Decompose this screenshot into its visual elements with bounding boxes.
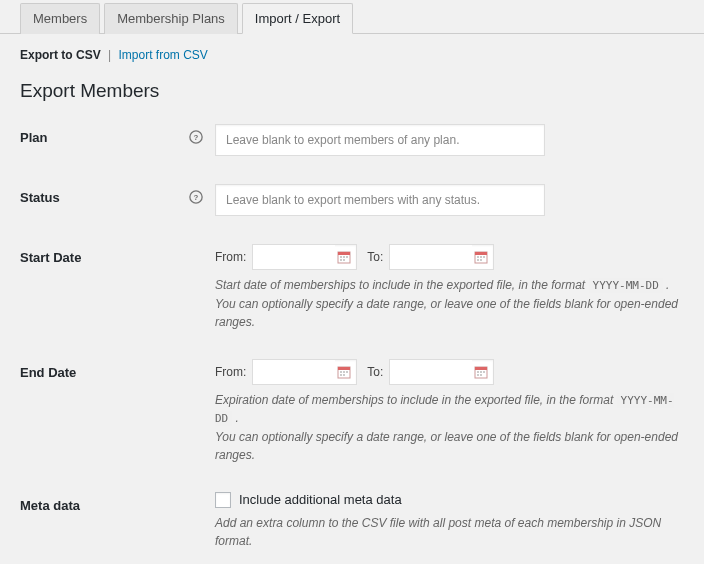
tab-members[interactable]: Members <box>20 3 100 34</box>
status-input[interactable] <box>215 184 545 216</box>
page-title: Export Members <box>20 80 684 102</box>
end-date-label: End Date <box>20 365 76 380</box>
svg-rect-28 <box>477 371 479 373</box>
end-date-desc: Expiration date of memberships to includ… <box>215 391 684 464</box>
meta-label: Meta data <box>20 498 80 513</box>
meta-checkbox-label: Include additional meta data <box>239 492 402 507</box>
svg-rect-5 <box>338 252 350 255</box>
status-label: Status <box>20 190 60 205</box>
start-from-label: From: <box>215 250 246 264</box>
svg-rect-17 <box>477 259 479 261</box>
plan-input[interactable] <box>215 124 545 156</box>
svg-rect-27 <box>475 367 487 370</box>
start-to-label: To: <box>367 250 383 264</box>
svg-text:?: ? <box>194 193 199 202</box>
svg-text:?: ? <box>194 133 199 142</box>
svg-rect-22 <box>343 371 345 373</box>
svg-rect-13 <box>475 252 487 255</box>
meta-checkbox[interactable] <box>215 492 231 508</box>
svg-rect-29 <box>480 371 482 373</box>
svg-rect-11 <box>343 259 345 261</box>
calendar-icon[interactable] <box>472 248 490 266</box>
start-date-label: Start Date <box>20 250 81 265</box>
svg-rect-31 <box>477 374 479 376</box>
subnav-import-csv[interactable]: Import from CSV <box>118 48 207 62</box>
svg-rect-32 <box>480 374 482 376</box>
svg-rect-16 <box>483 256 485 258</box>
svg-rect-10 <box>340 259 342 261</box>
calendar-icon[interactable] <box>335 363 353 381</box>
start-date-from-input[interactable] <box>253 245 335 269</box>
svg-rect-18 <box>480 259 482 261</box>
help-icon[interactable]: ? <box>189 130 203 144</box>
svg-rect-14 <box>477 256 479 258</box>
tab-import-export[interactable]: Import / Export <box>242 3 353 34</box>
end-to-label: To: <box>367 365 383 379</box>
svg-rect-8 <box>343 256 345 258</box>
start-date-desc: Start date of memberships to include in … <box>215 276 684 331</box>
svg-rect-7 <box>340 256 342 258</box>
plan-label: Plan <box>20 130 47 145</box>
svg-rect-25 <box>343 374 345 376</box>
subnav-separator: | <box>108 48 111 62</box>
calendar-icon[interactable] <box>335 248 353 266</box>
tabs-nav: Members Membership Plans Import / Export <box>0 2 704 34</box>
help-icon[interactable]: ? <box>189 190 203 204</box>
tab-membership-plans[interactable]: Membership Plans <box>104 3 238 34</box>
end-date-from-input[interactable] <box>253 360 335 384</box>
svg-rect-21 <box>340 371 342 373</box>
svg-rect-9 <box>346 256 348 258</box>
svg-rect-15 <box>480 256 482 258</box>
end-from-label: From: <box>215 365 246 379</box>
calendar-icon[interactable] <box>472 363 490 381</box>
subnav: Export to CSV | Import from CSV <box>20 48 684 62</box>
end-date-to-input[interactable] <box>390 360 472 384</box>
svg-rect-23 <box>346 371 348 373</box>
svg-rect-24 <box>340 374 342 376</box>
svg-rect-30 <box>483 371 485 373</box>
start-date-to-input[interactable] <box>390 245 472 269</box>
meta-desc: Add an extra column to the CSV file with… <box>215 514 684 550</box>
svg-rect-20 <box>338 367 350 370</box>
subnav-export-csv[interactable]: Export to CSV <box>20 48 101 62</box>
